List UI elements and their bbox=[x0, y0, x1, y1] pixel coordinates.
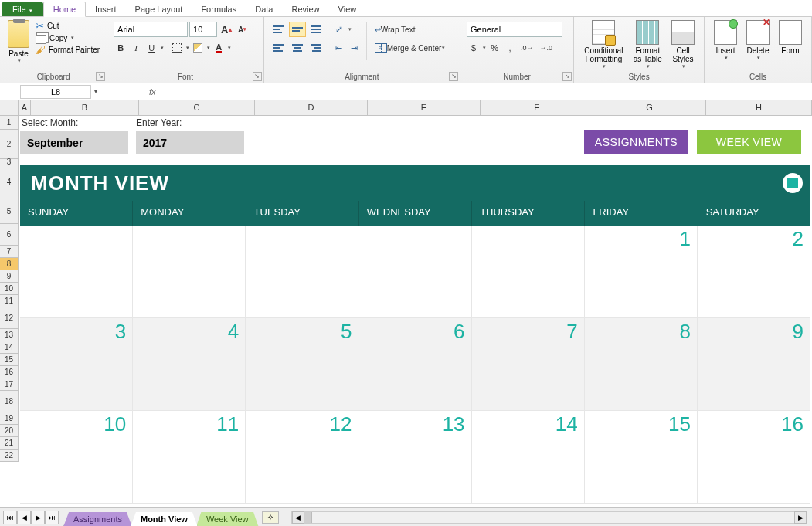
calendar-cell[interactable]: 13 bbox=[358, 411, 471, 504]
fx-label[interactable]: fx bbox=[144, 87, 161, 97]
calendar-cell[interactable]: 5 bbox=[246, 318, 358, 411]
row-header-10[interactable]: 10 bbox=[0, 283, 19, 295]
number-format-select[interactable] bbox=[467, 22, 562, 37]
sheet-tab-month-view[interactable]: Month View bbox=[131, 512, 198, 526]
page-layout-tab[interactable]: Page Layout bbox=[126, 2, 192, 16]
align-center-button[interactable] bbox=[289, 40, 306, 56]
row-header-9[interactable]: 9 bbox=[0, 270, 19, 283]
row-header-15[interactable]: 15 bbox=[0, 354, 19, 366]
number-dialog-launcher[interactable]: ↘ bbox=[562, 72, 572, 81]
align-left-button[interactable] bbox=[270, 40, 287, 56]
col-header-f[interactable]: F bbox=[481, 100, 593, 116]
row-header-2[interactable]: 2 bbox=[0, 130, 19, 159]
align-middle-button[interactable] bbox=[289, 22, 306, 37]
home-tab[interactable]: Home bbox=[43, 2, 86, 17]
row-header-5[interactable]: 5 bbox=[0, 199, 19, 224]
increase-decimal-button[interactable]: .0→ bbox=[518, 40, 536, 56]
font-name-select[interactable] bbox=[114, 22, 188, 37]
decrease-indent-button[interactable]: ⇤ bbox=[332, 40, 346, 56]
col-header-d[interactable]: D bbox=[255, 100, 368, 116]
horizontal-scrollbar[interactable]: ◀ ▶ bbox=[291, 511, 807, 524]
cell-styles-button[interactable]: Cell Styles▾ bbox=[667, 19, 699, 71]
grid-canvas[interactable]: Select Month: Enter Year: ASSIGNMENTS WE… bbox=[19, 116, 812, 504]
percent-button[interactable]: % bbox=[488, 40, 501, 56]
calendar-cell[interactable]: 14 bbox=[472, 411, 585, 504]
bold-button[interactable]: B bbox=[114, 40, 127, 56]
underline-button[interactable]: U bbox=[144, 40, 158, 56]
row-header-13[interactable]: 13 bbox=[0, 329, 19, 341]
grow-font-button[interactable]: A▴ bbox=[219, 22, 233, 37]
decrease-decimal-button[interactable]: →.0 bbox=[538, 40, 555, 56]
formula-input[interactable] bbox=[161, 86, 812, 98]
comma-button[interactable]: , bbox=[503, 40, 517, 56]
insert-tab[interactable]: Insert bbox=[86, 2, 126, 16]
col-header-g[interactable]: G bbox=[593, 100, 706, 116]
year-input[interactable] bbox=[136, 131, 244, 154]
tab-nav-prev[interactable]: ◀ bbox=[17, 511, 31, 524]
hscroll-right[interactable]: ▶ bbox=[794, 511, 807, 524]
calendar-cell[interactable]: 12 bbox=[246, 411, 358, 504]
underline-dd-icon[interactable]: ▾ bbox=[161, 45, 164, 51]
calendar-cell[interactable] bbox=[472, 226, 585, 318]
borders-button[interactable] bbox=[170, 40, 184, 56]
calendar-cell[interactable]: 10 bbox=[20, 411, 133, 504]
row-header-6[interactable]: 6 bbox=[0, 224, 19, 246]
row-header-22[interactable]: 22 bbox=[0, 450, 19, 462]
sheet-tab-assignments[interactable]: Assignments bbox=[63, 512, 132, 526]
tab-nav-first[interactable]: ⏮ bbox=[3, 511, 17, 524]
view-tab[interactable]: View bbox=[329, 2, 366, 16]
calendar-cell[interactable] bbox=[246, 226, 358, 318]
name-box-dropdown[interactable]: ▾ bbox=[91, 88, 100, 95]
tab-nav-last[interactable]: ⏭ bbox=[45, 511, 59, 524]
conditional-formatting-button[interactable]: Conditional Formatting▾ bbox=[579, 19, 629, 71]
formulas-tab[interactable]: Formulas bbox=[192, 2, 246, 16]
fill-dd-icon[interactable]: ▾ bbox=[207, 45, 210, 51]
name-box[interactable] bbox=[20, 85, 91, 99]
hscroll-left[interactable]: ◀ bbox=[292, 511, 304, 524]
copy-button[interactable]: Copy▾ bbox=[36, 33, 100, 42]
format-cells-button[interactable]: Form bbox=[774, 19, 807, 56]
row-header-11[interactable]: 11 bbox=[0, 295, 19, 307]
calendar-cell[interactable]: 16 bbox=[698, 411, 810, 504]
wrap-text-button[interactable]: Wrap Text bbox=[372, 22, 419, 37]
delete-cells-button[interactable]: Delete▾ bbox=[742, 19, 774, 63]
col-header-e[interactable]: E bbox=[368, 100, 481, 116]
calendar-cell[interactable] bbox=[133, 226, 246, 318]
italic-button[interactable]: I bbox=[129, 40, 143, 56]
orientation-button[interactable]: ⤢ bbox=[332, 22, 346, 37]
row-header-18[interactable]: 18 bbox=[0, 391, 19, 412]
merge-center-button[interactable]: Merge & Center ▾ bbox=[372, 40, 449, 56]
orientation-dd-icon[interactable]: ▾ bbox=[348, 26, 352, 32]
calendar-cell[interactable]: 4 bbox=[133, 318, 246, 411]
row-header-12[interactable]: 12 bbox=[0, 307, 19, 329]
font-size-select[interactable] bbox=[189, 22, 217, 37]
calendar-cell[interactable] bbox=[20, 226, 133, 318]
cut-button[interactable]: ✂Cut bbox=[36, 20, 100, 32]
row-header-19[interactable]: 19 bbox=[0, 412, 19, 425]
clipboard-dialog-launcher[interactable]: ↘ bbox=[96, 72, 105, 81]
calendar-cell[interactable]: 8 bbox=[585, 318, 698, 411]
row-header-16[interactable]: 16 bbox=[0, 366, 19, 378]
currency-button[interactable]: $ bbox=[467, 40, 481, 56]
align-right-button[interactable] bbox=[307, 40, 324, 56]
row-header-21[interactable]: 21 bbox=[0, 437, 19, 450]
col-header-b[interactable]: B bbox=[31, 100, 139, 116]
calendar-cell[interactable]: 11 bbox=[133, 411, 246, 504]
row-header-1[interactable]: 1 bbox=[0, 116, 19, 130]
calendar-cell[interactable]: 1 bbox=[585, 226, 698, 318]
format-as-table-button[interactable]: Format as Table▾ bbox=[629, 19, 667, 71]
align-top-button[interactable] bbox=[270, 22, 287, 37]
shrink-font-button[interactable]: A▾ bbox=[236, 22, 250, 37]
calendar-cell[interactable]: 9 bbox=[698, 318, 810, 411]
fill-color-button[interactable] bbox=[191, 40, 205, 56]
increase-indent-button[interactable]: ⇥ bbox=[348, 40, 362, 56]
row-header-14[interactable]: 14 bbox=[0, 341, 19, 354]
review-tab[interactable]: Review bbox=[282, 2, 328, 16]
calendar-cell[interactable]: 15 bbox=[585, 411, 698, 504]
calendar-cell[interactable]: 3 bbox=[20, 318, 133, 411]
row-header-20[interactable]: 20 bbox=[0, 425, 19, 437]
week-view-button[interactable]: WEEK VIEW bbox=[697, 130, 801, 154]
calendar-cell[interactable] bbox=[358, 226, 471, 318]
month-input[interactable] bbox=[20, 131, 128, 154]
format-painter-button[interactable]: 🖌Format Painter bbox=[36, 44, 100, 56]
